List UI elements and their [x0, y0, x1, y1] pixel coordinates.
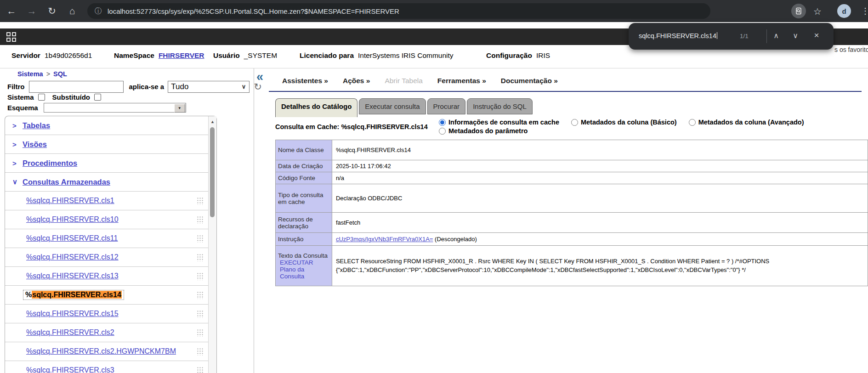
find-in-page-icon[interactable]	[791, 4, 806, 18]
tree-item-link[interactable]: %sqlcq.FHIRSERVER.cls11	[26, 234, 118, 243]
profile-avatar[interactable]: d	[837, 4, 851, 18]
bookmark-star-icon[interactable]: ☆	[813, 6, 822, 17]
menu-underline	[269, 91, 862, 92]
find-input[interactable]: sqlcq.FHIRSERVER.cls14	[639, 32, 717, 40]
namespace-link[interactable]: FHIRSERVER	[159, 51, 204, 60]
collapse-panel-icon[interactable]: «	[256, 70, 263, 84]
tree-scrollbar[interactable]: ▲	[208, 116, 216, 373]
menu-item[interactable]: Ferramentas »	[437, 77, 486, 85]
bookmarks-bar-fragment[interactable]: s os favoritos	[834, 46, 868, 53]
tab-active[interactable]: Detalhes do Catálogo	[275, 98, 357, 117]
drag-handle-icon[interactable]	[197, 329, 204, 337]
cache-query-value: %sqlcq.FHIRSERVER.cls14	[341, 123, 427, 130]
drag-handle-icon[interactable]	[197, 254, 204, 261]
details-label: Nome da Classe	[278, 147, 324, 153]
tree-item-link[interactable]: %sqlcq.FHIRSERVER.cls3	[26, 366, 114, 373]
breadcrumb-sistema[interactable]: Sistema	[17, 70, 43, 78]
tab-inactive[interactable]: Procurar	[427, 98, 466, 114]
drag-handle-icon[interactable]	[197, 367, 204, 373]
query-plan-link[interactable]: Plano da Consulta	[280, 266, 329, 280]
tree-item-link[interactable]: %sqlcq.FHIRSERVER.cls13	[26, 272, 119, 280]
tree-category-link[interactable]: Procedimentos	[23, 159, 77, 168]
header-item: Servidor1b49d02656d1	[11, 51, 92, 60]
tab-inactive[interactable]: Instrução do SQL	[467, 98, 533, 114]
tree-item-selected[interactable]: %sqlcq.FHIRSERVER.cls14	[23, 290, 124, 300]
find-close-icon[interactable]: ×	[810, 30, 823, 40]
drag-handle-icon[interactable]	[197, 348, 204, 356]
menu-item[interactable]: Documentação »	[501, 77, 558, 85]
drag-handle-icon[interactable]	[197, 216, 204, 224]
esquema-combo[interactable]: ▼	[44, 103, 186, 113]
scrollbar-thumb[interactable]	[210, 127, 215, 217]
substituido-checkbox[interactable]	[94, 94, 101, 101]
chevron-collapsed-icon[interactable]: >	[12, 141, 23, 148]
statement-hash-link[interactable]: cUzP3mqs/IgxVNb3FmRFVra0X1A=	[336, 236, 433, 243]
details-row: Data de Criação2025-10-11 17:06:42	[276, 160, 868, 172]
radio-button[interactable]	[571, 119, 578, 126]
home-icon[interactable]: ⌂	[63, 0, 81, 22]
apps-grid-square	[12, 32, 16, 36]
tab-inactive[interactable]: Executar consulta	[359, 98, 425, 114]
tree-item-link[interactable]: %sqlcq.FHIRSERVER.cls12	[26, 253, 119, 261]
metadata-radio-option[interactable]: Metadados da coluna (Avançado)	[689, 119, 804, 126]
chevron-expanded-icon[interactable]: ∨	[12, 178, 23, 186]
combo-arrow-icon[interactable]: ▼	[174, 104, 185, 113]
scrollbar-up-icon[interactable]: ▲	[209, 116, 216, 124]
find-prev-icon[interactable]: ∧	[769, 31, 783, 40]
sistema-checkbox[interactable]	[38, 94, 45, 101]
details-label-cell: Data de Criação	[276, 160, 332, 172]
radio-button[interactable]	[439, 119, 446, 126]
tree-item-link[interactable]: %sqlcq.FHIRSERVER.cls2	[26, 328, 114, 337]
details-row: Nome da Classe%sqlcq.FHIRSERVER.cls14	[276, 140, 868, 160]
substituido-label: Substituído	[52, 93, 91, 101]
header-value: IRIS	[536, 51, 550, 60]
tree-item-link[interactable]: %sqlcq.FHIRSERVER.cls15	[26, 310, 119, 318]
reload-icon[interactable]: ↻	[43, 0, 61, 22]
details-label-cell: Instrução	[276, 233, 332, 246]
address-bar[interactable]: ⓘ localhost:52773/csp/sys/exp/%25CSP.UI.…	[87, 3, 710, 19]
tree-item-link[interactable]: %sqlcq.FHIRSERVER.cls1	[26, 197, 114, 205]
drag-handle-icon[interactable]	[197, 291, 204, 299]
tree-category-link[interactable]: Consultas Armazenadas	[23, 178, 110, 186]
drag-handle-icon[interactable]	[197, 197, 204, 205]
find-next-icon[interactable]: ∨	[789, 31, 802, 40]
forward-icon[interactable]: →	[23, 0, 40, 22]
header-label: Servidor	[11, 51, 40, 60]
browser-toolbar: ← → ↻ ⌂ ⓘ localhost:52773/csp/sys/exp/%2…	[0, 0, 868, 22]
radio-button[interactable]	[439, 128, 446, 135]
drag-handle-icon[interactable]	[197, 310, 204, 318]
details-label: Tipo de consulta em cache	[278, 192, 323, 205]
tree-category-link[interactable]: Visões	[23, 140, 47, 149]
tree-category-link[interactable]: Tabelas	[23, 121, 50, 130]
execute-link[interactable]: EXECUTAR	[280, 259, 329, 266]
tree-item-link[interactable]: %sqlcq.FHIRSERVER.cls10	[26, 215, 119, 224]
filtro-input[interactable]	[29, 81, 124, 93]
site-info-icon[interactable]: ⓘ	[95, 6, 102, 16]
radio-button[interactable]	[689, 119, 696, 126]
metadata-radio-option[interactable]: Metadados da coluna (Básico)	[571, 119, 677, 126]
drag-handle-icon[interactable]	[197, 235, 204, 243]
details-label-cell: Tipo de consulta em cache	[276, 184, 332, 213]
metadata-radio-option[interactable]: Metadados do parâmetro	[439, 127, 528, 135]
header-item: NameSpaceFHIRSERVER	[114, 51, 204, 60]
esquema-label: Esquema	[7, 104, 38, 112]
metadata-radio-option[interactable]: Informações de consulta em cache	[439, 119, 559, 126]
header-item: ConfiguraçãoIRIS	[486, 51, 550, 60]
header-value: _SYSTEM	[244, 51, 277, 60]
browser-menu-icon[interactable]: ⋮	[861, 6, 868, 16]
url-text[interactable]: localhost:52773/csp/sys/exp/%25CSP.UI.Po…	[108, 7, 399, 15]
details-value-cell: 2025-10-11 17:06:42	[332, 160, 868, 172]
menu-item[interactable]: Assistentes »	[282, 77, 328, 85]
tree-item-link[interactable]: %sqlcq.FHIRSERVER.cls2.HGWPNCKM7BM	[26, 347, 176, 356]
sql-object-tree: >Tabelas>Visões>Procedimentos∨Consultas …	[5, 116, 217, 373]
drag-handle-icon[interactable]	[197, 272, 204, 280]
text-caret	[717, 32, 718, 39]
back-icon[interactable]: ←	[3, 0, 20, 22]
apps-grid-icon[interactable]	[6, 32, 17, 42]
applies-select[interactable]: Tudo ∨	[168, 81, 250, 93]
chevron-collapsed-icon[interactable]: >	[12, 159, 23, 167]
menu-item[interactable]: Ações »	[343, 77, 370, 85]
chevron-collapsed-icon[interactable]: >	[12, 122, 23, 130]
apps-grid-square	[12, 38, 16, 42]
breadcrumb-sql[interactable]: SQL	[53, 70, 67, 78]
